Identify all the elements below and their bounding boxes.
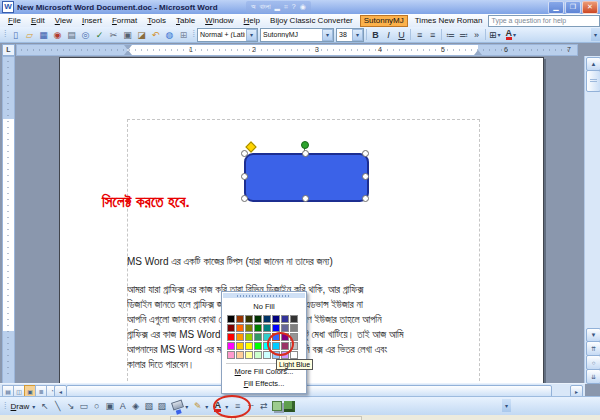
black[interactable]	[227, 315, 235, 323]
arrow-style-button[interactable]: ⇄	[257, 399, 270, 413]
bangla-language-label[interactable]: বাংলা	[259, 1, 270, 13]
rotate-handle[interactable]	[301, 141, 309, 149]
red[interactable]	[227, 333, 235, 341]
borders-button[interactable]: ⊞▾	[488, 28, 505, 41]
scroll-up-button[interactable]: ▲	[586, 57, 600, 71]
new-document-icon[interactable]: ▯	[9, 28, 23, 41]
clip-art-icon[interactable]: ▧	[142, 399, 155, 413]
vertical-ruler[interactable]	[2, 56, 15, 384]
lime[interactable]	[245, 333, 253, 341]
chevron-down-icon[interactable]: ▾	[205, 403, 208, 410]
teal[interactable]	[263, 324, 271, 332]
combo-arrow-icon[interactable]: ▾	[322, 29, 333, 41]
menu-item[interactable]: Insert	[77, 15, 107, 27]
rectangle-icon[interactable]: ▭	[77, 399, 90, 413]
menu-item[interactable]: Bijoy Classic Converter	[265, 15, 358, 27]
menu-item[interactable]: Edit	[26, 15, 50, 27]
italic-button[interactable]: I	[382, 28, 395, 41]
pink[interactable]	[227, 342, 235, 350]
menu-item[interactable]: Help	[239, 15, 265, 27]
bold-button[interactable]: B	[369, 28, 382, 41]
menu-item[interactable]: View	[50, 15, 77, 27]
right-indent-marker[interactable]	[474, 50, 482, 55]
light-green[interactable]	[254, 351, 262, 359]
light-orange[interactable]	[236, 333, 244, 341]
gray-50[interactable]	[290, 324, 298, 332]
horizontal-ruler[interactable]: 1234567	[16, 44, 578, 56]
font-size-combobox[interactable]: 38 ▾	[336, 28, 364, 42]
light-yellow[interactable]	[245, 351, 253, 359]
chevron-down-icon[interactable]: ▾	[185, 403, 188, 410]
language-bar[interactable]: অবাংলা▂⌗?◉	[246, 1, 311, 13]
toolbar-grip[interactable]: ⁞	[193, 28, 196, 41]
langbar-keyboard-icon[interactable]: ⌗	[284, 1, 288, 13]
close-button[interactable]: ✕	[582, 1, 598, 14]
drawbar-options-button[interactable]: ▾	[502, 399, 511, 412]
tan[interactable]	[236, 351, 244, 359]
restore-button[interactable]: ❐	[565, 1, 581, 14]
blue-gray[interactable]	[281, 324, 289, 332]
menu-item[interactable]: Times New Roman	[410, 15, 488, 27]
insert-picture-icon[interactable]: ▨	[155, 399, 168, 413]
langbar-help-icon[interactable]: ?	[292, 1, 296, 13]
fill-color-button[interactable]	[168, 399, 184, 413]
langbar-options-icon[interactable]: ◉	[300, 1, 306, 13]
blue[interactable]	[272, 324, 280, 332]
insert-table-icon[interactable]: ⊞	[177, 28, 191, 41]
olive-green[interactable]	[245, 315, 253, 323]
toolbar-grip[interactable]: ⁞	[4, 28, 7, 41]
align-center-icon[interactable]: ≡	[426, 28, 439, 41]
hanging-indent-marker[interactable]	[124, 50, 132, 55]
resize-handle-n[interactable]	[302, 150, 309, 157]
line-color-button[interactable]: ✎	[191, 399, 204, 413]
resize-handle-s[interactable]	[302, 195, 309, 202]
gold[interactable]	[236, 342, 244, 350]
threed-style-button[interactable]	[283, 399, 296, 413]
yellow[interactable]	[245, 342, 253, 350]
undo-icon[interactable]: ↶	[149, 28, 163, 41]
no-fill-option[interactable]: No Fill	[224, 300, 304, 313]
print-icon[interactable]: ▤	[65, 28, 79, 41]
gray-80[interactable]	[290, 315, 298, 323]
spelling-icon[interactable]: ✓	[93, 28, 107, 41]
fill-effects-option[interactable]: Fill Effects...	[222, 378, 306, 390]
resize-handle-w[interactable]	[241, 173, 248, 180]
scroll-down-button[interactable]: ▼	[586, 328, 600, 342]
hyperlink-icon[interactable]: ◍	[163, 28, 177, 41]
underline-button[interactable]: U	[395, 28, 408, 41]
menu-item[interactable]: File	[3, 15, 26, 27]
brown[interactable]	[236, 315, 244, 323]
vertical-scroll-thumb[interactable]	[586, 70, 600, 92]
arrow-icon[interactable]: ↘	[64, 399, 77, 413]
ask-question-input[interactable]: Type a question for help	[488, 15, 600, 27]
sea-green[interactable]	[254, 333, 262, 341]
combo-arrow-icon[interactable]: ▾	[352, 29, 363, 41]
cut-icon[interactable]: ✂	[107, 28, 121, 41]
white[interactable]	[290, 351, 298, 359]
combo-arrow-icon[interactable]: ▾	[246, 29, 257, 41]
open-folder-icon[interactable]: ▱	[23, 28, 37, 41]
select-browse-object-button[interactable]: ○	[586, 355, 600, 370]
resize-handle-ne[interactable]	[362, 150, 369, 157]
toolbar-options-button[interactable]: ▾	[591, 28, 600, 41]
bijoy-indicator-icon[interactable]: অ	[251, 1, 255, 13]
copy-icon[interactable]: ▣	[121, 28, 135, 41]
menu-item[interactable]: Format	[107, 15, 142, 27]
resize-handle-nw[interactable]	[241, 150, 248, 157]
dropdown-drag-handle[interactable]	[223, 293, 305, 298]
rose[interactable]	[227, 351, 235, 359]
paste-icon[interactable]: ◪	[135, 28, 149, 41]
text-box-icon[interactable]: ▣	[103, 399, 116, 413]
bright-green[interactable]	[254, 342, 262, 350]
align-left-icon[interactable]: ≡	[413, 28, 426, 41]
draw-menu-button[interactable]: Draw	[9, 402, 32, 411]
save-icon[interactable]: ▦	[37, 28, 51, 41]
shadow-style-button[interactable]	[270, 399, 283, 413]
vertical-scrollbar[interactable]: ▲ ▼ ⇈ ○ ⇊	[584, 56, 600, 384]
menu-item[interactable]: Table	[171, 15, 200, 27]
green[interactable]	[254, 324, 262, 332]
resize-handle-sw[interactable]	[241, 195, 248, 202]
dark-blue[interactable]	[272, 315, 280, 323]
permission-icon[interactable]: ◉	[51, 28, 65, 41]
select-objects-icon[interactable]: ↖	[38, 399, 51, 413]
